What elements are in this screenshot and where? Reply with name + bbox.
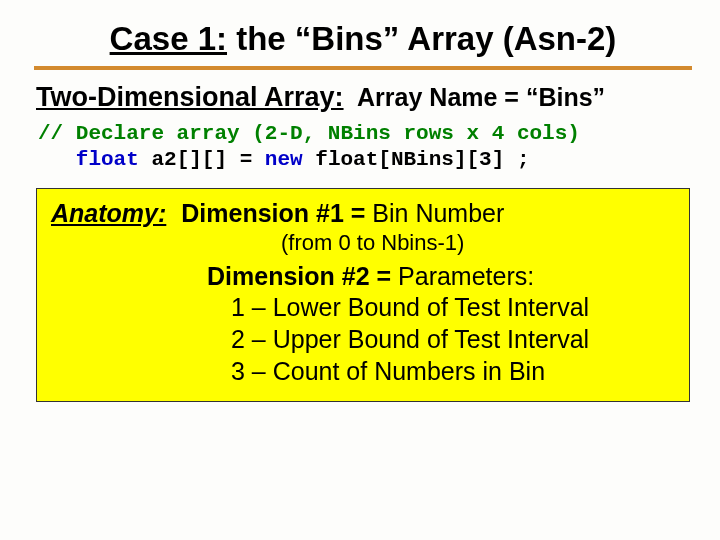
anatomy-line-1: Anatomy: Dimension #1 = Bin Number xyxy=(51,199,675,228)
code-keyword-float: float xyxy=(76,148,139,171)
section-heading: Two-Dimensional Array: xyxy=(36,82,344,112)
anatomy-box: Anatomy: Dimension #1 = Bin Number (from… xyxy=(36,188,690,402)
section-row: Two-Dimensional Array: Array Name = “Bin… xyxy=(36,82,692,113)
title-rule xyxy=(34,66,692,70)
slide-title: Case 1: the “Bins” Array (Asn-2) xyxy=(34,20,692,58)
anatomy-dim1-sub: (from 0 to Nbins-1) xyxy=(281,230,675,256)
code-block: // Declare array (2-D, NBins rows x 4 co… xyxy=(38,121,692,174)
code-keyword-new: new xyxy=(265,148,303,171)
anatomy-dim2: Dimension #2 = Parameters: xyxy=(207,262,675,291)
code-mid: a2[][] = xyxy=(139,148,265,171)
section-label: Array Name = “Bins” xyxy=(357,83,605,111)
title-underlined: Case 1: xyxy=(110,20,227,57)
title-rest: the “Bins” Array (Asn-2) xyxy=(227,20,616,57)
code-tail: float[NBins][3] ; xyxy=(303,148,530,171)
anatomy-dim1-value: Bin Number xyxy=(372,199,504,227)
anatomy-param-3: 3 – Count of Numbers in Bin xyxy=(231,355,675,387)
anatomy-dim1-label: Dimension #1 = xyxy=(181,199,372,227)
anatomy-heading: Anatomy: xyxy=(51,199,166,227)
slide: Case 1: the “Bins” Array (Asn-2) Two-Dim… xyxy=(0,0,720,416)
code-indent xyxy=(38,148,76,171)
anatomy-param-1: 1 – Lower Bound of Test Interval xyxy=(231,291,675,323)
anatomy-dim2-value: Parameters: xyxy=(398,262,534,290)
code-comment: // Declare array (2-D, NBins rows x 4 co… xyxy=(38,122,580,145)
anatomy-dim2-label: Dimension #2 = xyxy=(207,262,398,290)
anatomy-param-2: 2 – Upper Bound of Test Interval xyxy=(231,323,675,355)
anatomy-dim1: Dimension #1 = Bin Number xyxy=(181,199,504,227)
